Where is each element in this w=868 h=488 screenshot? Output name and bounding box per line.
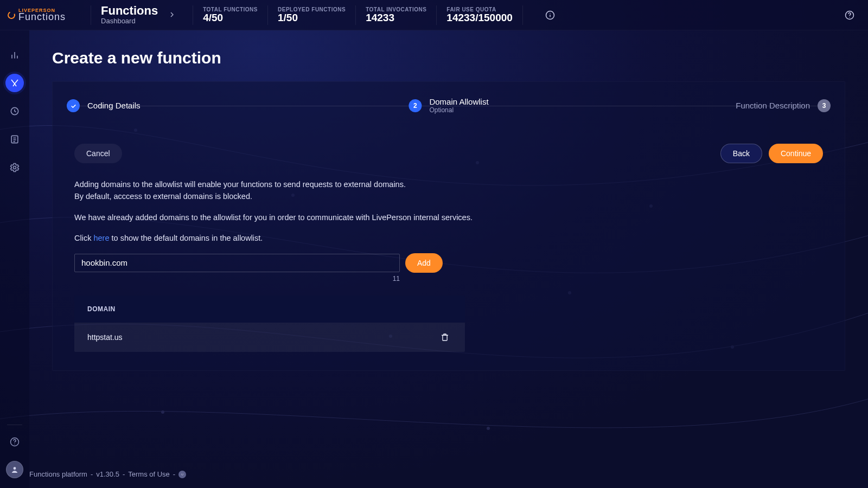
footer-status-dot-icon — [178, 471, 186, 478]
footer-sep: - — [173, 470, 175, 478]
help-line-4b: to show the default domains in the allow… — [109, 234, 263, 242]
help-icon[interactable] — [842, 8, 857, 23]
divider — [91, 5, 91, 25]
step-coding-details[interactable]: Coding Details — [67, 99, 141, 112]
help-line-3: We have already added domains to the all… — [74, 211, 573, 223]
svg-point-29 — [183, 473, 183, 474]
stat-deployed-functions: DEPLOYED FUNCTIONS 1/50 — [278, 7, 346, 24]
trash-icon — [440, 332, 450, 342]
left-rail — [0, 30, 29, 488]
brand-ring-icon — [7, 10, 16, 20]
stat-total-invocations: TOTAL INVOCATIONS 14233 — [366, 7, 426, 24]
stat-value: 14233 — [366, 12, 426, 24]
divider — [436, 5, 437, 25]
main: Create a new function Coding Details 2 D… — [29, 30, 868, 488]
stat-value: 14233/150000 — [446, 12, 513, 24]
step-number-icon: 2 — [409, 99, 422, 112]
footer-terms-link[interactable]: Terms of Use — [128, 470, 170, 478]
footer: Functions platform - v1.30.5 - Terms of … — [29, 463, 868, 488]
help-line-1: Adding domains to the allowlist will ena… — [74, 180, 406, 189]
help-line-4a: Click — [74, 234, 93, 242]
rail-item-analytics[interactable] — [5, 46, 24, 64]
help-line-2: By default, acccess to external domains … — [74, 192, 252, 201]
step-number-icon: 3 — [818, 99, 831, 112]
step-title: Function Description — [736, 101, 810, 110]
footer-version: v1.30.5 — [96, 470, 119, 478]
page-title: Create a new function — [52, 49, 845, 67]
char-count: 11 — [74, 275, 400, 282]
chevron-right-icon — [168, 10, 176, 19]
check-icon — [67, 99, 80, 112]
svg-point-12 — [550, 13, 550, 14]
footer-platform: Functions platform — [29, 470, 87, 478]
breadcrumb-subtitle: Dashboard — [101, 17, 158, 25]
step-subtitle: Optional — [429, 107, 488, 114]
continue-button[interactable]: Continue — [769, 144, 823, 163]
delete-domain-button[interactable] — [438, 330, 452, 344]
rail-item-scheduled[interactable] — [5, 102, 24, 120]
domain-table: DOMAIN httpstat.us — [74, 296, 465, 352]
svg-rect-27 — [443, 335, 447, 341]
wizard-card: Coding Details 2 Domain Allowlist Option… — [52, 81, 845, 371]
step-title: Domain Allowlist — [429, 97, 488, 106]
svg-point-28 — [181, 473, 182, 474]
stepper: Coding Details 2 Domain Allowlist Option… — [53, 82, 845, 130]
info-icon[interactable] — [542, 8, 558, 23]
step-domain-allowlist[interactable]: 2 Domain Allowlist Optional — [409, 97, 488, 114]
stat-label: TOTAL FUNCTIONS — [203, 7, 258, 12]
rail-item-help[interactable] — [5, 433, 24, 451]
actions-row: Cancel Back Continue — [74, 144, 823, 163]
cancel-button[interactable]: Cancel — [74, 144, 122, 163]
brand-bottom: Functions — [18, 12, 66, 22]
topbar: LIVEPERSON Functions Functions Dashboard… — [0, 0, 868, 30]
step-function-description[interactable]: 3 Function Description — [736, 99, 831, 112]
divider — [522, 5, 523, 25]
brand-logo[interactable]: LIVEPERSON Functions — [8, 8, 66, 22]
stat-label: TOTAL INVOCATIONS — [366, 7, 426, 12]
footer-sep: - — [123, 470, 125, 478]
domain-input-row: Add — [74, 253, 823, 273]
svg-point-23 — [14, 166, 16, 169]
divider — [193, 5, 193, 25]
footer-sep: - — [91, 470, 93, 478]
stat-label: DEPLOYED FUNCTIONS — [278, 7, 346, 12]
stat-total-functions: TOTAL FUNCTIONS 4/50 — [203, 7, 258, 24]
svg-point-26 — [14, 467, 16, 470]
rail-item-functions[interactable] — [5, 74, 24, 92]
domain-table-header: DOMAIN — [74, 296, 465, 323]
domain-input[interactable] — [74, 254, 400, 272]
rail-item-logs[interactable] — [5, 130, 24, 149]
domain-row: httpstat.us — [74, 323, 465, 352]
rail-item-settings[interactable] — [5, 158, 24, 177]
divider — [355, 5, 356, 25]
svg-point-25 — [14, 444, 15, 444]
card-body: Cancel Back Continue Adding domains to t… — [53, 130, 845, 370]
stat-value: 4/50 — [203, 12, 258, 24]
rail-divider — [7, 425, 22, 425]
user-avatar[interactable] — [6, 461, 23, 478]
show-defaults-link[interactable]: here — [93, 234, 109, 242]
breadcrumb[interactable]: Functions Dashboard — [101, 4, 183, 25]
stat-fair-use-quota: FAIR USE QUOTA 14233/150000 — [446, 7, 513, 24]
breadcrumb-title: Functions — [101, 4, 158, 17]
svg-point-14 — [849, 17, 850, 17]
stat-value: 1/50 — [278, 12, 346, 24]
step-title: Coding Details — [87, 101, 141, 110]
stat-label: FAIR USE QUOTA — [446, 7, 513, 12]
add-button[interactable]: Add — [405, 253, 443, 273]
divider — [267, 5, 268, 25]
help-text: Adding domains to the allowlist will ena… — [74, 178, 573, 245]
back-button[interactable]: Back — [720, 144, 762, 163]
domain-cell: httpstat.us — [87, 333, 123, 342]
